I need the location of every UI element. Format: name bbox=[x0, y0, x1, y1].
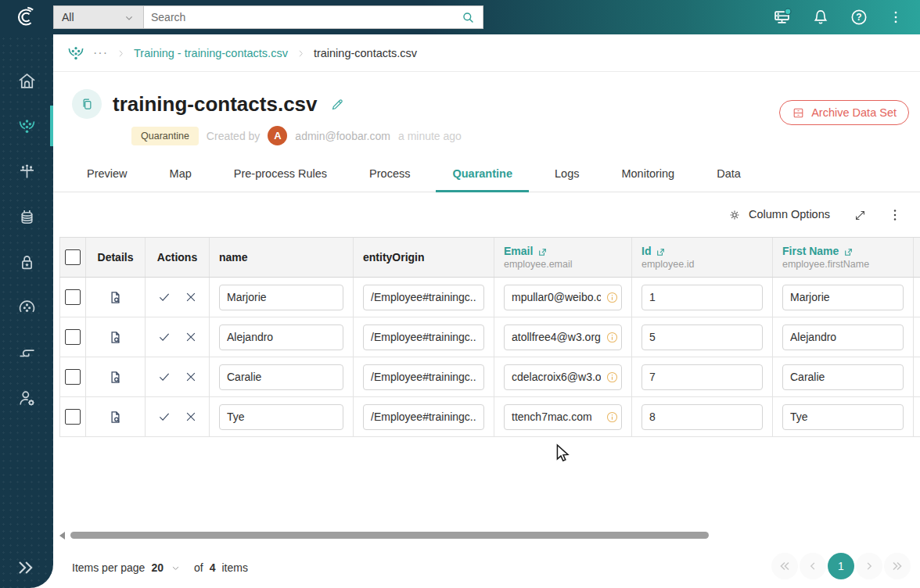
notifications-bell-icon[interactable] bbox=[810, 7, 831, 27]
deployments-icon[interactable] bbox=[771, 7, 792, 28]
table-menu-icon[interactable] bbox=[887, 207, 903, 223]
reject-row-button[interactable] bbox=[184, 290, 198, 305]
sidebar-expand-button[interactable] bbox=[14, 557, 36, 579]
first-name-input[interactable] bbox=[782, 404, 904, 430]
row-details-button[interactable] bbox=[107, 329, 124, 346]
id-input[interactable] bbox=[641, 285, 763, 310]
sidebar-item-data-sets[interactable] bbox=[0, 103, 53, 149]
info-icon[interactable] bbox=[606, 291, 619, 304]
tab-preview[interactable]: Preview bbox=[66, 155, 149, 192]
approve-row-button[interactable] bbox=[157, 370, 171, 385]
id-input[interactable] bbox=[641, 324, 763, 350]
sidebar-item-home[interactable] bbox=[0, 58, 53, 103]
chevron-left-icon bbox=[806, 559, 820, 574]
name-input[interactable] bbox=[219, 324, 343, 350]
tab-monitoring[interactable]: Monitoring bbox=[600, 155, 695, 192]
email-input[interactable] bbox=[504, 324, 622, 350]
cinchy-logo[interactable] bbox=[0, 5, 53, 29]
row-details-button[interactable] bbox=[107, 409, 124, 425]
sidebar-item-clusters[interactable] bbox=[0, 285, 53, 330]
page-size-value[interactable]: 20 bbox=[151, 561, 164, 574]
reject-row-button[interactable] bbox=[184, 370, 198, 385]
info-icon[interactable] bbox=[606, 411, 619, 424]
name-input[interactable] bbox=[219, 285, 343, 310]
sidebar-item-user-admin[interactable] bbox=[0, 375, 53, 421]
tab-pre-process-rules[interactable]: Pre-process Rules bbox=[213, 155, 348, 192]
x-icon bbox=[184, 290, 198, 305]
external-link-icon[interactable] bbox=[656, 245, 666, 257]
email-input[interactable] bbox=[504, 364, 622, 390]
name-input[interactable] bbox=[219, 364, 343, 390]
document-search-icon bbox=[107, 369, 124, 385]
select-all-checkbox[interactable] bbox=[65, 249, 81, 265]
email-input[interactable] bbox=[504, 285, 622, 310]
archive-data-set-button[interactable]: Archive Data Set bbox=[779, 100, 909, 125]
sidebar-item-security[interactable] bbox=[0, 239, 53, 285]
breadcrumb-parent-link[interactable]: Training - training-contacts.csv bbox=[134, 47, 288, 59]
sidebar-item-pipelines[interactable] bbox=[0, 149, 53, 194]
overflow-menu-icon[interactable] bbox=[887, 9, 904, 26]
last-page-button[interactable] bbox=[884, 553, 911, 579]
file-icon bbox=[72, 89, 102, 119]
id-input[interactable] bbox=[641, 364, 763, 390]
breadcrumb-ellipsis[interactable]: ··· bbox=[93, 46, 108, 60]
search-icon[interactable] bbox=[461, 9, 476, 24]
name-input[interactable] bbox=[219, 404, 343, 430]
help-icon[interactable] bbox=[849, 7, 869, 27]
row-checkbox[interactable] bbox=[65, 289, 81, 305]
tab-logs[interactable]: Logs bbox=[534, 155, 600, 192]
external-link-icon[interactable] bbox=[843, 245, 854, 257]
tab-map[interactable]: Map bbox=[149, 155, 213, 192]
column-options-button[interactable]: Column Options bbox=[728, 207, 830, 221]
horizontal-scrollbar[interactable] bbox=[59, 531, 914, 540]
tab-data[interactable]: Data bbox=[695, 155, 762, 192]
row-checkbox[interactable] bbox=[65, 409, 81, 425]
sidebar-item-connections[interactable] bbox=[0, 330, 53, 375]
chevron-down-icon[interactable] bbox=[170, 562, 181, 574]
table-footer: Items per page 20 of 4 items 1 bbox=[53, 547, 920, 588]
scrollbar-thumb[interactable] bbox=[70, 532, 709, 539]
approve-row-button[interactable] bbox=[157, 330, 171, 345]
first-name-input[interactable] bbox=[782, 285, 904, 310]
double-chevron-left-icon bbox=[777, 558, 792, 574]
row-details-button[interactable] bbox=[107, 289, 124, 306]
entity-origin-input[interactable] bbox=[363, 404, 484, 430]
expand-table-icon[interactable] bbox=[854, 207, 867, 221]
email-input[interactable] bbox=[504, 404, 622, 430]
tab-process[interactable]: Process bbox=[348, 155, 431, 192]
reject-row-button[interactable] bbox=[184, 330, 198, 345]
approve-row-button[interactable] bbox=[157, 410, 171, 425]
tab-label: Pre-process Rules bbox=[234, 167, 327, 180]
search-box[interactable] bbox=[144, 5, 483, 29]
row-details-button[interactable] bbox=[107, 369, 124, 385]
entity-origin-input[interactable] bbox=[363, 324, 484, 350]
search-input[interactable] bbox=[151, 11, 461, 23]
search-scope-select[interactable]: All bbox=[53, 5, 144, 29]
tab-label: Preview bbox=[87, 167, 128, 180]
first-name-input[interactable] bbox=[782, 364, 904, 390]
current-page-button[interactable]: 1 bbox=[828, 553, 854, 579]
row-checkbox[interactable] bbox=[65, 369, 81, 385]
entity-origin-input[interactable] bbox=[363, 285, 484, 310]
first-page-button[interactable] bbox=[771, 553, 798, 579]
created-by-label: Created by bbox=[207, 130, 260, 142]
entity-origin-input[interactable] bbox=[363, 364, 484, 390]
first-name-input[interactable] bbox=[782, 324, 904, 350]
clusters-icon bbox=[16, 297, 38, 318]
column-header-entity-origin: entityOrigin bbox=[354, 238, 494, 277]
reject-row-button[interactable] bbox=[184, 410, 198, 425]
edit-title-icon[interactable] bbox=[330, 96, 345, 111]
id-input[interactable] bbox=[641, 404, 763, 430]
info-icon[interactable] bbox=[606, 331, 619, 344]
pagination: 1 bbox=[771, 553, 911, 579]
search-scope-value: All bbox=[62, 11, 74, 23]
approve-row-button[interactable] bbox=[157, 290, 171, 305]
tab-quarantine[interactable]: Quarantine bbox=[431, 155, 534, 192]
info-icon[interactable] bbox=[606, 371, 619, 384]
sidebar-item-database[interactable] bbox=[0, 194, 53, 239]
scroll-left-arrow[interactable] bbox=[59, 532, 65, 540]
next-page-button[interactable] bbox=[856, 553, 882, 579]
external-link-icon[interactable] bbox=[537, 245, 548, 257]
row-checkbox[interactable] bbox=[65, 329, 81, 345]
previous-page-button[interactable] bbox=[800, 553, 826, 579]
